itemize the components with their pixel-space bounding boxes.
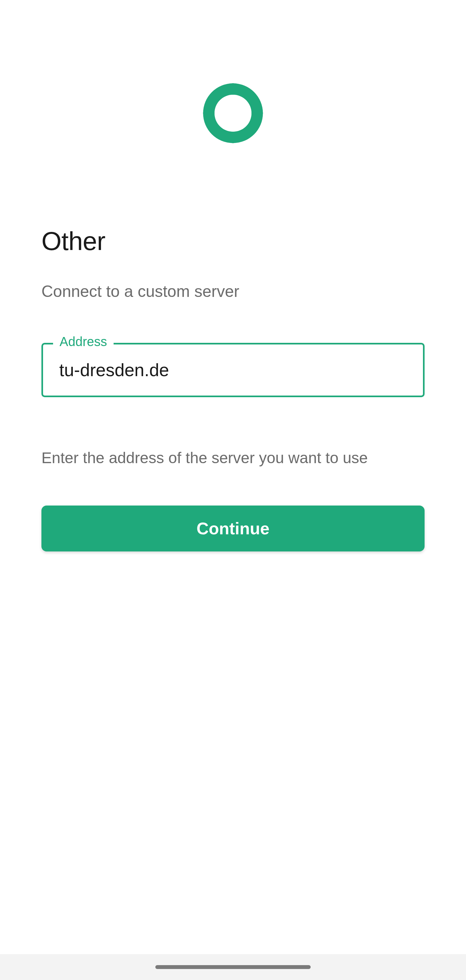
continue-button[interactable]: Continue bbox=[41, 506, 425, 552]
navigation-bar bbox=[0, 954, 466, 980]
element-logo-icon bbox=[197, 78, 269, 149]
address-input[interactable] bbox=[41, 343, 425, 397]
helper-text: Enter the address of the server you want… bbox=[41, 449, 425, 467]
nav-handle-icon[interactable] bbox=[155, 965, 311, 969]
logo-container bbox=[0, 0, 466, 226]
address-input-label: Address bbox=[53, 334, 113, 349]
page-subtitle: Connect to a custom server bbox=[41, 282, 425, 301]
address-input-container: Address bbox=[41, 343, 425, 397]
page-title: Other bbox=[41, 226, 425, 256]
